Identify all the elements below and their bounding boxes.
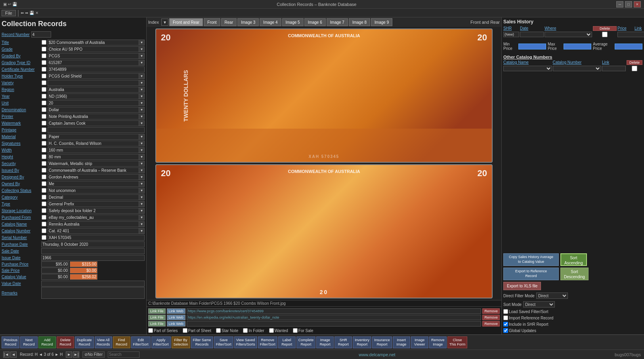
link-remove-btn-2[interactable]: Remove bbox=[482, 321, 500, 327]
field-checkbox-15[interactable] bbox=[41, 141, 47, 146]
field-checkbox-29[interactable] bbox=[41, 235, 47, 240]
field-label-22[interactable]: Collecting Status bbox=[2, 188, 41, 193]
field-label-4[interactable]: Certificate Number bbox=[2, 67, 41, 72]
tab-8[interactable]: Image 8 bbox=[349, 18, 370, 26]
shr-date-input[interactable] bbox=[520, 32, 544, 37]
export-xls-button[interactable]: Export to XLS file bbox=[503, 282, 541, 290]
field-input-15[interactable] bbox=[48, 141, 139, 146]
field-dropdown-btn-0[interactable]: ▼ bbox=[139, 40, 145, 46]
direct-filter-select[interactable]: Direct bbox=[536, 293, 568, 299]
price-label-1[interactable]: Sale Price bbox=[2, 268, 41, 273]
field-label-13[interactable]: Printage bbox=[2, 128, 41, 132]
field-dropdown-btn-5[interactable]: ▼ bbox=[139, 73, 145, 79]
field-input-1[interactable] bbox=[48, 46, 139, 52]
field-label-25[interactable]: Storage Location bbox=[2, 209, 41, 213]
field-dropdown-btn-26[interactable]: ▼ bbox=[139, 215, 145, 220]
field-checkbox-4[interactable] bbox=[41, 67, 47, 72]
tab-6[interactable]: Image 6 bbox=[304, 18, 326, 26]
field-dropdown-btn-28[interactable]: ▼ bbox=[139, 228, 145, 234]
field-input-2[interactable] bbox=[48, 53, 139, 59]
load-saved-checkbox[interactable] bbox=[503, 309, 508, 314]
bottom-btn-4[interactable]: DuplicateRecord bbox=[75, 336, 94, 348]
nav-next-button[interactable]: ► bbox=[66, 351, 72, 358]
import-ref-checkbox[interactable] bbox=[503, 315, 508, 320]
link-file-btn-0[interactable]: Link File bbox=[148, 308, 166, 314]
link-url-input-0[interactable] bbox=[187, 308, 482, 314]
field-input-13[interactable] bbox=[48, 127, 145, 133]
sort-descending-button[interactable]: SortDescending bbox=[560, 268, 589, 280]
bottom-btn-21[interactable]: ImageViewer bbox=[411, 336, 428, 348]
minimize-button[interactable]: ─ bbox=[616, 1, 623, 8]
value-date-input[interactable] bbox=[41, 281, 145, 287]
field-input-3[interactable] bbox=[48, 60, 139, 66]
field-input-28[interactable] bbox=[48, 228, 139, 234]
record-number-input[interactable] bbox=[31, 31, 51, 38]
field-input-18[interactable] bbox=[48, 161, 139, 167]
field-dropdown-btn-11[interactable]: ▼ bbox=[139, 114, 145, 120]
field-checkbox-22[interactable] bbox=[41, 188, 47, 193]
record-number-label[interactable]: Record Number bbox=[2, 32, 30, 37]
bottom-btn-22[interactable]: RemoveImage bbox=[429, 336, 447, 348]
field-label-6[interactable]: Variety bbox=[2, 81, 41, 85]
part-of-series-checkbox[interactable] bbox=[148, 328, 153, 333]
field-checkbox-17[interactable] bbox=[41, 154, 47, 159]
cat-link-input[interactable] bbox=[602, 66, 626, 71]
for-sale-checkbox[interactable] bbox=[293, 328, 298, 333]
field-input-8[interactable] bbox=[48, 93, 139, 99]
field-input-27[interactable] bbox=[48, 221, 139, 227]
field-label-26[interactable]: Purchased From bbox=[2, 215, 41, 220]
link-file-btn-2[interactable]: Link File bbox=[148, 321, 166, 327]
field-input-19[interactable] bbox=[48, 167, 139, 173]
field-checkbox-12[interactable] bbox=[41, 121, 47, 125]
field-dropdown-btn-20[interactable]: ▼ bbox=[139, 174, 145, 180]
field-input-11[interactable] bbox=[48, 114, 139, 120]
copy-avg-button[interactable]: Copy Sales History Averageto Catalog Val… bbox=[503, 253, 559, 266]
field-dropdown-btn-16[interactable]: ▼ bbox=[139, 147, 145, 153]
field-label-18[interactable]: Security bbox=[2, 161, 41, 166]
link-web-btn-1[interactable]: Link Web bbox=[167, 315, 185, 320]
link-remove-btn-1[interactable]: Remove bbox=[482, 315, 500, 320]
tab-1[interactable]: Front bbox=[204, 18, 220, 26]
field-label-12[interactable]: Watermark bbox=[2, 121, 41, 125]
field-input-10[interactable] bbox=[48, 107, 139, 113]
part-of-series-check[interactable]: Part of Series bbox=[148, 328, 178, 333]
for-sale-check[interactable]: For Sale bbox=[293, 328, 313, 333]
field-input-30[interactable] bbox=[41, 241, 145, 247]
field-input-29[interactable] bbox=[48, 235, 145, 241]
field-checkbox-23[interactable] bbox=[41, 195, 47, 199]
max-price-input[interactable] bbox=[564, 44, 591, 49]
field-label-9[interactable]: Unit bbox=[2, 101, 41, 105]
star-note-checkbox[interactable] bbox=[216, 328, 221, 333]
field-input-12[interactable] bbox=[48, 120, 139, 126]
field-checkbox-9[interactable] bbox=[41, 101, 47, 105]
field-checkbox-18[interactable] bbox=[41, 161, 47, 166]
field-dropdown-btn-27[interactable]: ▼ bbox=[139, 221, 145, 227]
tab-3[interactable]: Image 3 bbox=[237, 18, 259, 26]
field-label-8[interactable]: Year bbox=[2, 94, 41, 99]
price-ref-2[interactable] bbox=[70, 274, 97, 280]
field-dropdown-btn-6[interactable]: ▼ bbox=[139, 80, 145, 86]
field-label-0[interactable]: Title bbox=[2, 40, 41, 45]
nav-last-button[interactable]: ►| bbox=[73, 351, 79, 358]
field-dropdown-btn-10[interactable]: ▼ bbox=[139, 107, 145, 113]
nav-first-button[interactable]: |◄ bbox=[3, 351, 10, 358]
field-dropdown-btn-14[interactable]: ▼ bbox=[139, 134, 145, 140]
field-checkbox-6[interactable] bbox=[41, 80, 47, 85]
price-label-0[interactable]: Purchase Price bbox=[2, 262, 41, 266]
tab-4[interactable]: Image 4 bbox=[260, 18, 281, 26]
field-input-31[interactable] bbox=[41, 248, 145, 254]
import-ref-check[interactable]: Import Reference Record bbox=[503, 315, 642, 320]
field-checkbox-28[interactable] bbox=[41, 228, 47, 233]
link-file-btn-1[interactable]: Link File bbox=[148, 315, 166, 320]
field-checkbox-13[interactable] bbox=[41, 127, 47, 132]
price-input-0[interactable] bbox=[41, 261, 69, 267]
field-input-5[interactable] bbox=[48, 73, 139, 79]
close-button[interactable]: ✕ bbox=[634, 1, 641, 8]
link-web-btn-2[interactable]: Link Web bbox=[167, 321, 185, 327]
field-label-14[interactable]: Material bbox=[2, 135, 41, 139]
field-checkbox-11[interactable] bbox=[41, 114, 47, 119]
price-input-2[interactable] bbox=[41, 274, 69, 280]
field-checkbox-2[interactable] bbox=[41, 53, 47, 58]
field-input-14[interactable] bbox=[48, 134, 139, 140]
field-checkbox-3[interactable] bbox=[41, 60, 47, 65]
